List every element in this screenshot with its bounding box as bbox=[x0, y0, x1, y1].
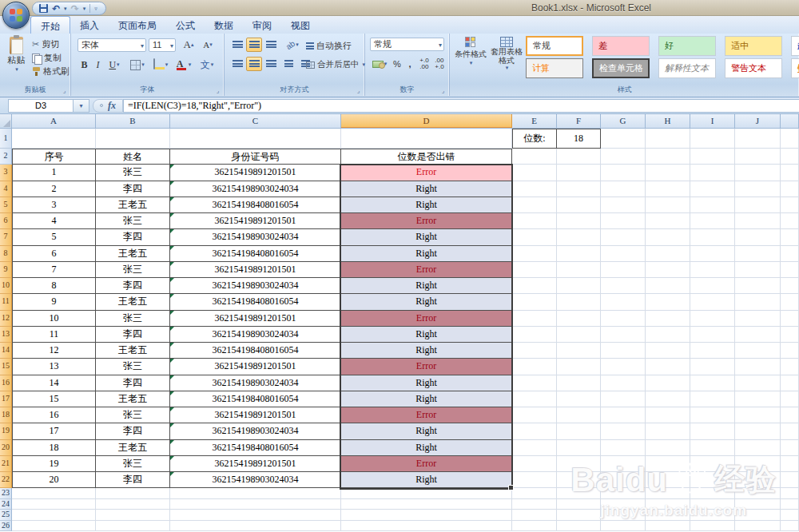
undo-dropdown-icon[interactable]: ▾ bbox=[64, 6, 67, 12]
cell-style-normal[interactable]: 常规 bbox=[526, 36, 583, 56]
cell[interactable] bbox=[557, 391, 601, 407]
font-size-combo[interactable]: 11 bbox=[149, 38, 176, 52]
cell[interactable] bbox=[781, 359, 799, 375]
redo-dropdown-icon[interactable]: ▾ bbox=[83, 6, 86, 12]
cell[interactable] bbox=[646, 246, 690, 262]
cell[interactable] bbox=[12, 499, 96, 510]
cell[interactable] bbox=[646, 499, 690, 510]
tab-formulas[interactable]: 公式 bbox=[166, 16, 205, 34]
cell[interactable] bbox=[735, 213, 781, 229]
status-cell[interactable]: Error bbox=[341, 165, 512, 181]
cell-style-partial-2[interactable]: 链 bbox=[791, 58, 799, 78]
copy-button[interactable]: 复制 bbox=[32, 52, 62, 64]
row-header-25[interactable]: 25 bbox=[0, 510, 12, 521]
table-cell[interactable]: 5 bbox=[12, 229, 96, 245]
cell[interactable] bbox=[341, 510, 512, 521]
cell[interactable] bbox=[170, 521, 341, 532]
cell[interactable] bbox=[781, 391, 799, 407]
cell[interactable] bbox=[601, 311, 646, 327]
id-number-cell[interactable]: 362154198408016054 bbox=[170, 391, 341, 407]
table-cell[interactable]: 张三 bbox=[96, 262, 170, 278]
cell[interactable] bbox=[690, 472, 735, 488]
id-number-cell[interactable]: 36215419891201501 bbox=[170, 359, 341, 375]
cell[interactable] bbox=[735, 229, 781, 245]
row-header-15[interactable]: 15 bbox=[0, 359, 12, 375]
cell[interactable] bbox=[690, 294, 735, 310]
cell[interactable] bbox=[646, 197, 690, 213]
cell[interactable] bbox=[96, 521, 170, 532]
cell-style-bad[interactable]: 差 bbox=[592, 36, 650, 56]
column-header-C[interactable]: C bbox=[170, 114, 341, 128]
cell[interactable] bbox=[735, 327, 781, 343]
table-cell[interactable]: 9 bbox=[12, 294, 96, 310]
cell[interactable] bbox=[512, 510, 557, 521]
cell[interactable] bbox=[646, 359, 690, 375]
decrease-indent-button[interactable] bbox=[280, 57, 296, 71]
align-left-button[interactable] bbox=[229, 57, 245, 71]
cell[interactable] bbox=[557, 472, 601, 488]
cell[interactable] bbox=[512, 213, 557, 229]
row-header-24[interactable]: 24 bbox=[0, 499, 12, 510]
id-number-cell[interactable]: 362154198408016054 bbox=[170, 197, 341, 213]
cell[interactable] bbox=[646, 149, 690, 165]
digit-count-value-cell[interactable]: 18 bbox=[557, 129, 601, 149]
office-button[interactable] bbox=[2, 2, 30, 29]
table-cell[interactable]: 王老五 bbox=[96, 246, 170, 262]
cell[interactable] bbox=[601, 510, 646, 521]
cell[interactable] bbox=[646, 456, 690, 472]
tab-insert[interactable]: 插入 bbox=[70, 16, 109, 34]
id-number-cell[interactable]: 362154198408016054 bbox=[170, 440, 341, 456]
cell[interactable] bbox=[735, 278, 781, 294]
conditional-formatting-button[interactable]: 条件格式▾ bbox=[454, 36, 487, 82]
cell[interactable] bbox=[646, 262, 690, 278]
table-cell[interactable]: 2 bbox=[12, 181, 96, 197]
id-number-cell[interactable]: 362154198408016054 bbox=[170, 343, 341, 359]
cell[interactable] bbox=[646, 327, 690, 343]
id-number-cell[interactable]: 36215419891201501 bbox=[170, 262, 341, 278]
row-header-18[interactable]: 18 bbox=[0, 407, 12, 423]
id-number-cell[interactable]: 362154198903024034 bbox=[170, 229, 341, 245]
cell-style-partial-1[interactable]: 超 bbox=[791, 36, 799, 56]
cell[interactable] bbox=[781, 440, 799, 456]
cell[interactable] bbox=[735, 343, 781, 359]
cell[interactable] bbox=[601, 165, 646, 181]
table-cell[interactable]: 17 bbox=[12, 423, 96, 439]
cell[interactable] bbox=[646, 391, 690, 407]
status-cell[interactable]: Right bbox=[341, 181, 512, 197]
cell-style-check-cell[interactable]: 检查单元格 bbox=[592, 58, 650, 78]
column-header-E[interactable]: E bbox=[512, 114, 557, 128]
italic-button[interactable]: I bbox=[92, 58, 104, 72]
id-number-cell[interactable]: 362154198903024034 bbox=[170, 181, 341, 197]
status-cell[interactable]: Error bbox=[341, 456, 512, 472]
cell-style-calculation[interactable]: 计算 bbox=[526, 58, 583, 78]
cell[interactable] bbox=[557, 407, 601, 423]
table-cell[interactable]: 王老五 bbox=[96, 294, 170, 310]
cell[interactable] bbox=[96, 129, 170, 149]
table-cell[interactable]: 1 bbox=[12, 165, 96, 181]
table-cell[interactable]: 张三 bbox=[96, 359, 170, 375]
tab-data[interactable]: 数据 bbox=[205, 16, 243, 34]
cell[interactable] bbox=[781, 343, 799, 359]
decrease-decimal-button[interactable]: .00+.0 bbox=[432, 57, 447, 71]
align-top-button[interactable] bbox=[229, 38, 245, 52]
cell[interactable] bbox=[601, 327, 646, 343]
tab-view[interactable]: 视图 bbox=[281, 16, 320, 34]
cell[interactable] bbox=[601, 521, 646, 532]
fill-color-button[interactable]: ▾ bbox=[150, 58, 171, 72]
row-header-22[interactable]: 22 bbox=[0, 472, 12, 488]
cell[interactable] bbox=[557, 294, 601, 310]
cell[interactable] bbox=[557, 499, 601, 510]
wrap-text-button[interactable]: 自动换行 bbox=[306, 40, 352, 52]
row-header-16[interactable]: 16 bbox=[0, 375, 12, 391]
cell[interactable] bbox=[781, 488, 799, 499]
row-header-13[interactable]: 13 bbox=[0, 327, 12, 343]
row-header-8[interactable]: 8 bbox=[0, 246, 12, 262]
percent-format-button[interactable]: % bbox=[391, 57, 403, 71]
cell[interactable] bbox=[735, 246, 781, 262]
status-cell[interactable]: Right bbox=[341, 440, 512, 456]
column-header-G[interactable]: G bbox=[601, 114, 646, 128]
cell[interactable] bbox=[781, 229, 799, 245]
row-header-14[interactable]: 14 bbox=[0, 343, 12, 359]
cell[interactable] bbox=[601, 472, 646, 488]
cell[interactable] bbox=[690, 213, 735, 229]
